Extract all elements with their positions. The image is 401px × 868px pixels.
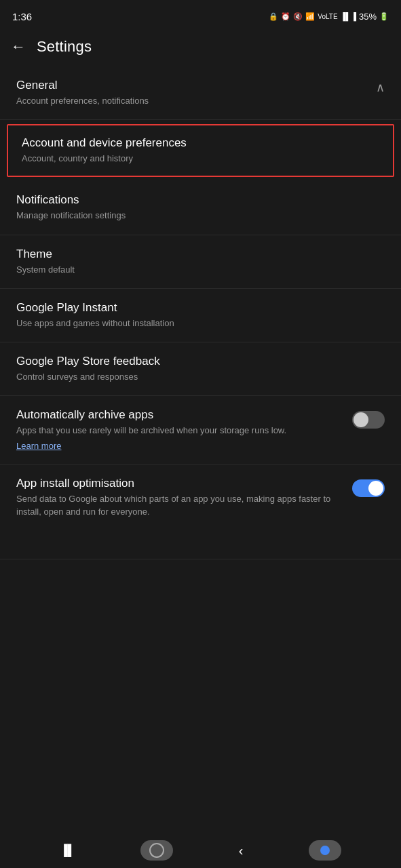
- app-install-row: App install optimisation Send data to Go…: [16, 477, 385, 517]
- settings-item-play-feedback[interactable]: Google Play Store feedback Control surve…: [0, 342, 401, 396]
- theme-subtitle: System default: [16, 264, 385, 276]
- nav-back-button[interactable]: ‹: [239, 843, 244, 859]
- auto-archive-row: Automatically archive apps Apps that you…: [16, 408, 385, 452]
- page-title: Settings: [37, 38, 92, 56]
- notifications-subtitle: Manage notification settings: [16, 210, 385, 222]
- account-device-subtitle: Account, country and history: [22, 153, 379, 165]
- general-title: General: [16, 79, 149, 92]
- alarm-icon: ⏰: [281, 12, 290, 21]
- general-subtitle: Account preferences, notifications: [16, 95, 149, 107]
- toggle-thumb: [354, 412, 368, 427]
- learn-more-link[interactable]: Learn more: [16, 441, 61, 451]
- nav-home-button[interactable]: [140, 840, 173, 861]
- toggle-thumb-on: [368, 481, 383, 496]
- settings-item-play-instant[interactable]: Google Play Instant Use apps and games w…: [0, 289, 401, 342]
- settings-item-general[interactable]: General Account preferences, notificatio…: [0, 66, 401, 120]
- app-install-toggle[interactable]: [352, 479, 385, 497]
- nav-recent-button[interactable]: ▐▌: [60, 844, 75, 856]
- app-install-subtitle: Send data to Google about which parts of…: [16, 493, 341, 517]
- auto-archive-title: Automatically archive apps: [16, 408, 341, 422]
- theme-title: Theme: [16, 248, 385, 261]
- app-install-text: App install optimisation Send data to Go…: [16, 477, 352, 517]
- volte-icon: VoLTE: [318, 13, 337, 20]
- mute-icon: 🔇: [293, 12, 303, 21]
- status-time: 1:36: [12, 11, 32, 22]
- signal-icon: ▐▌▐: [341, 12, 356, 20]
- home-circle-icon: [149, 843, 164, 858]
- play-instant-subtitle: Use apps and games without installation: [16, 317, 385, 330]
- account-device-title: Account and device preferences: [22, 136, 379, 150]
- general-header: General Account preferences, notificatio…: [16, 79, 385, 107]
- auto-archive-text: Automatically archive apps Apps that you…: [16, 408, 352, 452]
- lock-icon: 🔒: [269, 12, 278, 21]
- chevron-up-icon: ∧: [376, 80, 385, 95]
- nav-dot-pill[interactable]: [309, 840, 341, 861]
- settings-item-auto-archive: Automatically archive apps Apps that you…: [0, 396, 401, 465]
- play-feedback-title: Google Play Store feedback: [16, 355, 385, 368]
- battery-icon: 🔋: [379, 12, 389, 21]
- settings-item-theme[interactable]: Theme System default: [0, 235, 401, 289]
- page-header: ← Settings: [0, 30, 401, 66]
- settings-item-notifications[interactable]: Notifications Manage notification settin…: [0, 181, 401, 235]
- auto-archive-subtitle: Apps that you use rarely will be archive…: [16, 425, 341, 437]
- settings-list: General Account preferences, notificatio…: [0, 66, 401, 559]
- general-text: General Account preferences, notificatio…: [16, 79, 149, 107]
- status-bar: 1:36 🔒 ⏰ 🔇 📶 VoLTE ▐▌▐ 35% 🔋: [0, 0, 401, 30]
- navigation-bar: ▐▌ ‹: [0, 833, 401, 868]
- play-feedback-subtitle: Control surveys and responses: [16, 371, 385, 383]
- nav-active-dot: [320, 846, 330, 855]
- wifi-icon: 📶: [305, 12, 315, 21]
- battery-text: 35%: [359, 12, 377, 22]
- play-instant-title: Google Play Instant: [16, 301, 385, 315]
- back-button[interactable]: ←: [11, 39, 26, 54]
- status-icons: 🔒 ⏰ 🔇 📶 VoLTE ▐▌▐ 35% 🔋: [269, 12, 389, 22]
- settings-item-app-install: App install optimisation Send data to Go…: [0, 465, 401, 559]
- notifications-title: Notifications: [16, 193, 385, 207]
- auto-archive-toggle[interactable]: [352, 411, 385, 429]
- settings-item-account-device[interactable]: Account and device preferences Account, …: [7, 124, 394, 177]
- app-install-title: App install optimisation: [16, 477, 341, 490]
